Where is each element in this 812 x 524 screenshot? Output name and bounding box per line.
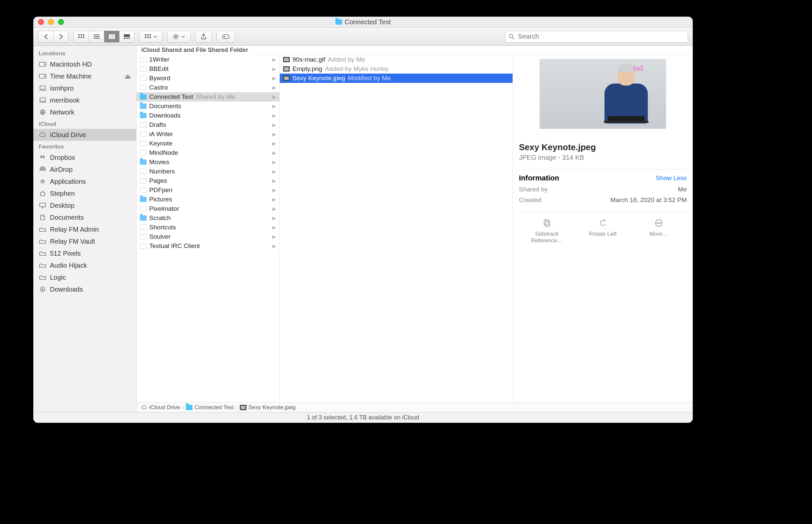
sidebar-item-desktop[interactable]: Desktop bbox=[33, 199, 136, 211]
file-row[interactable]: Castro▶ bbox=[136, 83, 279, 92]
svg-line-34 bbox=[513, 38, 514, 39]
gallery-view-button[interactable] bbox=[119, 31, 134, 43]
file-row[interactable]: Soulver▶ bbox=[136, 232, 279, 241]
file-row[interactable]: Shortcuts▶ bbox=[136, 223, 279, 232]
eject-icon[interactable]: ⏏ bbox=[125, 72, 131, 80]
svg-rect-21 bbox=[149, 37, 151, 38]
file-row[interactable]: Pixelmator▶ bbox=[136, 204, 279, 213]
close-window-button[interactable] bbox=[38, 19, 44, 25]
sidebar-item-stephen[interactable]: Stephen bbox=[33, 187, 136, 199]
path-bar: iCloud Drive›Connected Test›Sexy Keynote… bbox=[136, 402, 693, 412]
info-key: Created bbox=[519, 196, 541, 204]
file-row[interactable]: Drafts▶ bbox=[136, 120, 279, 130]
file-row[interactable]: Sexy Keynote.jpeg Modified by Me bbox=[280, 73, 513, 83]
search-input[interactable] bbox=[517, 32, 684, 40]
file-row[interactable]: Numbers▶ bbox=[136, 167, 279, 176]
sidebar-item-ismhpro[interactable]: ismhpro bbox=[33, 82, 136, 94]
svg-rect-12 bbox=[124, 34, 130, 37]
file-row[interactable]: Textual IRC Client▶ bbox=[136, 241, 279, 251]
icon-view-button[interactable] bbox=[73, 31, 88, 43]
file-name: Byword bbox=[149, 75, 170, 82]
file-name: Sexy Keynote.jpeg bbox=[292, 75, 345, 82]
info-section-label: Information bbox=[519, 174, 559, 182]
arrange-icon bbox=[145, 34, 151, 39]
column-view-button[interactable] bbox=[104, 31, 119, 43]
list-icon bbox=[94, 34, 100, 39]
sidebar-item-macintosh-hd[interactable]: Macintosh HD bbox=[33, 58, 136, 70]
sidebar-item-airdrop[interactable]: AirDrop bbox=[33, 163, 136, 176]
sidebar-item-label: merribook bbox=[50, 97, 80, 104]
sidebar-item-audio-hijack[interactable]: Audio Hijack bbox=[33, 259, 136, 271]
file-row[interactable]: Connected Test Shared by Me▶ bbox=[136, 92, 279, 101]
search-field[interactable] bbox=[505, 31, 688, 43]
svg-rect-10 bbox=[111, 34, 113, 39]
sidebar-item-network[interactable]: Network bbox=[33, 106, 136, 118]
file-row[interactable]: Pages▶ bbox=[136, 176, 279, 185]
action-button[interactable] bbox=[167, 31, 191, 43]
laptop-icon bbox=[39, 96, 47, 104]
file-row[interactable]: Byword▶ bbox=[136, 73, 279, 83]
action-icon bbox=[598, 218, 608, 228]
file-row[interactable]: Empty.png Added by Myke Hurley bbox=[280, 64, 513, 73]
back-button[interactable] bbox=[38, 31, 53, 43]
svg-point-52 bbox=[659, 223, 659, 224]
folder-icon bbox=[39, 225, 47, 233]
file-row[interactable]: Downloads▶ bbox=[136, 111, 279, 120]
file-row[interactable]: Documents▶ bbox=[136, 101, 279, 111]
quick-action-button[interactable]: Sidetrack Reference… bbox=[527, 218, 567, 244]
svg-rect-11 bbox=[113, 34, 115, 39]
sidebar-item-time-machine[interactable]: Time Machine⏏ bbox=[33, 70, 136, 82]
chevron-right-icon: ▶ bbox=[273, 85, 276, 90]
forward-button[interactable] bbox=[53, 31, 69, 43]
file-row[interactable]: PDFpen▶ bbox=[136, 185, 279, 195]
column-2[interactable]: 90s-mac.gif Added by MeEmpty.png Added b… bbox=[280, 55, 513, 402]
breadcrumb-item[interactable]: Sexy Keynote.jpeg bbox=[240, 404, 296, 411]
nav-buttons bbox=[38, 31, 69, 43]
view-mode-buttons bbox=[73, 31, 134, 43]
arrange-button[interactable] bbox=[139, 31, 163, 43]
tags-button[interactable] bbox=[216, 31, 235, 43]
file-row[interactable]: Scratch▶ bbox=[136, 213, 279, 223]
file-row[interactable]: Keynote▶ bbox=[136, 139, 279, 148]
share-button[interactable] bbox=[195, 31, 212, 43]
sidebar-item-dropbox[interactable]: Dropbox bbox=[33, 151, 136, 163]
laptop-icon bbox=[39, 84, 47, 92]
sidebar-item-relay-fm-admin[interactable]: Relay FM Admin bbox=[33, 224, 136, 235]
file-row[interactable]: iA Writer▶ bbox=[136, 130, 279, 139]
sidebar-item-logic[interactable]: Logic bbox=[33, 271, 136, 283]
quick-action-button[interactable]: More… bbox=[639, 218, 679, 244]
sidebar-item-applications[interactable]: Applications bbox=[33, 176, 136, 187]
file-row[interactable]: 90s-mac.gif Added by Me bbox=[280, 55, 513, 64]
minimize-window-button[interactable] bbox=[48, 19, 54, 25]
sidebar-item-downloads[interactable]: Downloads bbox=[33, 283, 136, 295]
breadcrumb-item[interactable]: iCloud Drive bbox=[141, 404, 180, 411]
chevron-right-icon: ▶ bbox=[273, 113, 276, 118]
sidebar-item-icloud-drive[interactable]: iCloud Drive bbox=[33, 129, 136, 141]
show-less-link[interactable]: Show Less bbox=[656, 175, 687, 182]
file-name: 90s-mac.gif bbox=[292, 56, 325, 63]
cloud-icon bbox=[141, 405, 147, 410]
svg-rect-5 bbox=[83, 37, 84, 38]
file-row[interactable]: BBEdit▶ bbox=[136, 64, 279, 73]
quick-action-button[interactable]: Rotate Left bbox=[583, 218, 623, 244]
sidebar-item-512-pixels[interactable]: 512 Pixels bbox=[33, 247, 136, 259]
column-1[interactable]: 1Writer▶BBEdit▶Byword▶Castro▶Connected T… bbox=[136, 55, 280, 402]
info-row: Shared byMe bbox=[519, 186, 687, 193]
finder-window: Connected Test bbox=[33, 17, 693, 423]
file-row[interactable]: Movies▶ bbox=[136, 158, 279, 167]
file-name: Empty.png bbox=[292, 65, 322, 72]
file-meta: Shared by Me bbox=[196, 93, 235, 100]
file-row[interactable]: MindNode▶ bbox=[136, 148, 279, 158]
list-view-button[interactable] bbox=[88, 31, 104, 43]
breadcrumb-item[interactable]: Connected Test bbox=[186, 404, 234, 411]
title-folder-icon bbox=[336, 19, 342, 24]
file-row[interactable]: 1Writer▶ bbox=[136, 55, 279, 64]
breadcrumb-label: Connected Test bbox=[195, 404, 234, 411]
sidebar-item-relay-fm-vault[interactable]: Relay FM Vault bbox=[33, 235, 136, 247]
zoom-window-button[interactable] bbox=[58, 19, 64, 25]
file-row[interactable]: Pictures▶ bbox=[136, 195, 279, 204]
sidebar-item-documents[interactable]: Documents bbox=[33, 211, 136, 224]
file-name: Connected Test bbox=[149, 93, 193, 100]
preview-thumbnail[interactable]: hi dad bbox=[539, 59, 666, 129]
sidebar-item-merribook[interactable]: merribook bbox=[33, 94, 136, 106]
